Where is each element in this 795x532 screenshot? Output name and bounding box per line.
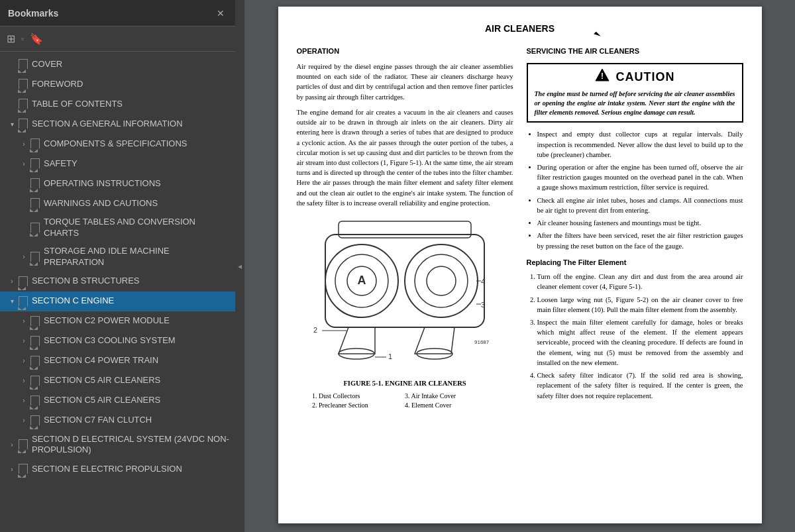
bookmark-icon-section-d [19, 439, 28, 450]
main-content: AIR CLEANERS OPERATION Air required by t… [244, 0, 795, 532]
sidebar-toolbar: ⊞ ▾ 🔖 [0, 27, 235, 52]
expand-arrow-safety[interactable]: › [19, 160, 29, 168]
expand-arrow-comp-specs[interactable]: › [19, 140, 29, 148]
operation-heading: OPERATION [297, 46, 513, 56]
sidebar-item-section-c2[interactable]: › SECTION C2 POWER MODULE [0, 311, 235, 331]
section-a-label: SECTION A GENERAL INFORMATION [32, 119, 230, 130]
sidebar-item-torque[interactable]: TORQUE TABLES AND CONVERSION CHARTS [0, 213, 235, 242]
figure-area: A 4 3 2 [297, 215, 513, 410]
bookmark-icon-section-c3 [30, 336, 40, 346]
svg-text:91687: 91687 [474, 339, 490, 345]
svg-text:2: 2 [313, 326, 317, 334]
sidebar-item-section-c3[interactable]: › SECTION C3 COOLING SYSTEM [0, 331, 235, 351]
figure-caption: FIGURE 5-1. ENGINE AIR CLEANERS [297, 379, 513, 389]
svg-point-4 [405, 244, 478, 317]
svg-text:3: 3 [481, 301, 485, 309]
bookmark-icon-section-c5b [30, 396, 40, 406]
torque-label: TORQUE TABLES AND CONVERSION CHARTS [44, 217, 230, 239]
doc-right-column: SERVICING THE AIR CLEANERS ! CAUTION The… [527, 46, 743, 417]
sidebar-item-section-c7[interactable]: › SECTION C7 FAN CLUTCH [0, 411, 235, 431]
bookmark-icon-toc [19, 99, 28, 109]
air-cleaner-svg: A 4 3 2 [312, 215, 498, 374]
foreword-label: FOREWORD [32, 79, 230, 90]
figure-label-4: 4. Element Cover [405, 401, 498, 410]
section-b-label: SECTION B STRUCTURES [32, 276, 230, 287]
bookmark-icon-section-c2 [30, 316, 40, 327]
operating-label: OPERATING INSTRUCTIONS [44, 178, 230, 189]
servicing-bullets: Inspect and empty dust collector cups at… [527, 129, 743, 250]
expand-arrow-section-c3[interactable]: › [19, 337, 29, 345]
expand-arrow-storage[interactable]: › [19, 253, 29, 260]
caution-triangle-icon: ! [595, 68, 610, 85]
sidebar-item-foreword[interactable]: FOREWORD [0, 74, 235, 94]
bookmark-icon-torque [30, 223, 40, 233]
expand-arrow-section-c5b[interactable]: › [19, 397, 29, 404]
expand-arrow-section-c7[interactable]: › [19, 417, 29, 424]
resize-handle[interactable]: ◂ [235, 0, 244, 532]
bullet-4: Air cleaner housing fasteners and mounti… [537, 218, 743, 228]
replacement-steps: Turn off the engine. Clean any dirt and … [527, 272, 743, 401]
section-c7-label: SECTION C7 FAN CLUTCH [44, 415, 230, 426]
no-arrow [7, 61, 17, 68]
sidebar-header: Bookmarks ✕ [0, 0, 235, 27]
bookmark-tree: COVER FOREWORD TABLE OF CONTENTS ▾ SECTI… [0, 52, 235, 532]
section-e-label: SECTION E ELECTRIC PROPULSION [32, 464, 230, 475]
expand-arrow-section-c[interactable]: ▾ [7, 297, 17, 305]
expand-arrow-section-a[interactable]: ▾ [7, 121, 17, 128]
replace-heading: Replacing The Filter Element [527, 258, 743, 268]
sidebar-item-safety[interactable]: › SAFETY [0, 154, 235, 174]
expand-arrow-section-d[interactable]: › [7, 441, 17, 449]
no-arrow [7, 81, 17, 88]
sidebar-item-section-e[interactable]: › SECTION E ELECTRIC PROPULSION [0, 459, 235, 479]
figure-label-2: 2. Precleaner Section [312, 401, 405, 410]
bookmark-add-icon[interactable]: 🔖 [30, 32, 43, 45]
sidebar-controls: ✕ [214, 7, 227, 20]
svg-text:A: A [358, 274, 366, 287]
document-title: AIR CLEANERS [297, 23, 743, 36]
figure-label-1: 1. Dust Collectors [312, 392, 405, 401]
no-arrow [7, 101, 17, 108]
section-c2-label: SECTION C2 POWER MODULE [44, 315, 230, 327]
close-icon[interactable]: ✕ [214, 7, 227, 20]
document-two-col: OPERATION Air required by the diesel eng… [297, 46, 743, 417]
bookmark-icon-section-c [19, 296, 28, 307]
grid-icon[interactable]: ⊞ [7, 32, 15, 45]
section-c3-label: SECTION C3 COOLING SYSTEM [44, 335, 230, 346]
sidebar-item-section-a[interactable]: ▾ SECTION A GENERAL INFORMATION [0, 114, 235, 134]
section-d-label: SECTION D ELECTRICAL SYSTEM (24VDC NON-P… [32, 434, 230, 456]
expand-arrow-section-c2[interactable]: › [19, 317, 29, 325]
bookmark-icon-section-c5a [30, 376, 40, 386]
expand-arrow-section-c5a[interactable]: › [19, 377, 29, 384]
expand-arrow-section-e[interactable]: › [7, 466, 17, 473]
section-c-label: SECTION C ENGINE [32, 295, 230, 307]
sidebar-item-toc[interactable]: TABLE OF CONTENTS [0, 94, 235, 114]
bullet-2: During operation or after the engine has… [537, 162, 743, 193]
svg-text:4: 4 [481, 278, 485, 286]
expand-arrow-section-b[interactable]: › [7, 278, 17, 285]
bookmark-icon-storage [30, 252, 40, 262]
sidebar-item-storage[interactable]: › STORAGE AND IDLE MACHINE PREPARATION [0, 242, 235, 272]
sidebar-item-warnings[interactable]: WARNINGS AND CAUTIONS [0, 193, 235, 213]
sidebar-item-comp-specs[interactable]: › COMPONENTS & SPECIFICATIONS [0, 134, 235, 154]
sidebar-item-section-c4[interactable]: › SECTION C4 POWER TRAIN [0, 351, 235, 371]
sidebar-item-section-c5b[interactable]: › SECTION C5 AIR CLEANERS [0, 391, 235, 411]
caution-word: CAUTION [616, 69, 675, 85]
sidebar-item-section-c5a[interactable]: › SECTION C5 AIR CLEANERS [0, 371, 235, 391]
sidebar-item-section-b[interactable]: › SECTION B STRUCTURES [0, 272, 235, 292]
expand-arrow-section-c4[interactable]: › [19, 357, 29, 364]
bullet-5: After the filters have been serviced, re… [537, 231, 743, 250]
bookmark-icon-operating [30, 178, 40, 189]
bookmark-icon-comp-specs [30, 138, 40, 149]
operation-para-2: The engine demand for air creates a vacu… [297, 107, 513, 208]
bookmark-icon-section-a [19, 119, 28, 129]
bookmark-icon-section-c7 [30, 415, 40, 426]
sidebar-item-cover[interactable]: COVER [0, 54, 235, 74]
section-c5b-label: SECTION C5 AIR CLEANERS [44, 395, 230, 406]
sidebar-item-section-d[interactable]: › SECTION D ELECTRICAL SYSTEM (24VDC NON… [0, 431, 235, 460]
step-1: Turn off the engine. Clean any dirt and … [537, 272, 743, 292]
sidebar-item-operating[interactable]: OPERATING INSTRUCTIONS [0, 174, 235, 193]
bookmark-icon-cover [19, 59, 28, 70]
sidebar-item-section-c[interactable]: ▾ SECTION C ENGINE [0, 292, 235, 311]
bookmark-icon-section-c4 [30, 356, 40, 366]
toolbar-divider: ▾ [21, 34, 25, 44]
